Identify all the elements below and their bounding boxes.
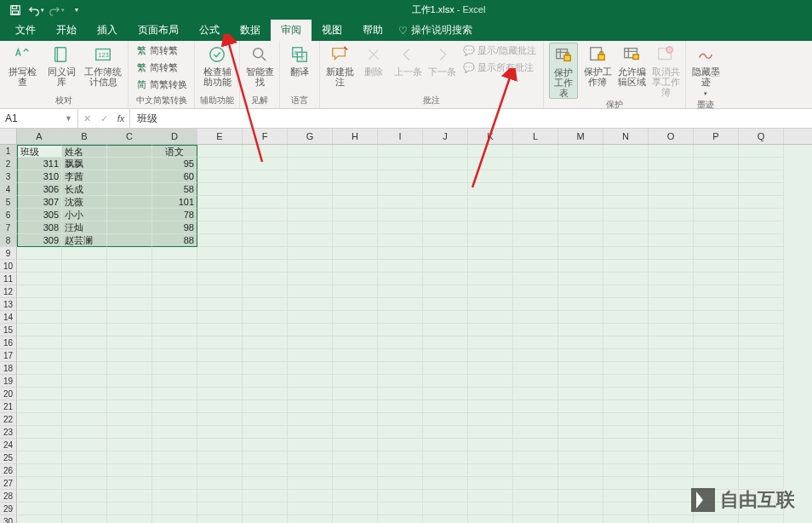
- cell[interactable]: [694, 400, 739, 413]
- cell[interactable]: [333, 464, 378, 477]
- cell[interactable]: [558, 490, 603, 503]
- col-header-C[interactable]: C: [107, 129, 152, 144]
- cell[interactable]: [197, 311, 243, 324]
- cell[interactable]: [378, 503, 423, 515]
- cell[interactable]: [197, 336, 243, 349]
- cell[interactable]: [152, 336, 197, 349]
- cell[interactable]: [62, 439, 107, 451]
- next-comment-button[interactable]: 下一条: [427, 43, 456, 77]
- cell[interactable]: [694, 362, 739, 375]
- cell[interactable]: [423, 336, 468, 349]
- cell[interactable]: [513, 388, 558, 400]
- col-header-H[interactable]: H: [333, 129, 378, 144]
- cell[interactable]: [694, 324, 739, 336]
- cell[interactable]: [603, 209, 649, 221]
- cell[interactable]: [649, 209, 694, 221]
- cell[interactable]: [152, 490, 197, 503]
- qat-customize-icon[interactable]: ▾: [68, 2, 85, 19]
- row-header[interactable]: 17: [0, 349, 17, 362]
- cell[interactable]: [288, 221, 333, 234]
- cell[interactable]: [378, 273, 423, 285]
- cell[interactable]: [17, 362, 62, 375]
- select-all-corner[interactable]: [0, 129, 17, 144]
- col-header-P[interactable]: P: [694, 129, 739, 144]
- cell[interactable]: [739, 324, 784, 336]
- cell[interactable]: [107, 451, 152, 464]
- cell[interactable]: [649, 247, 694, 260]
- cell[interactable]: [423, 196, 468, 209]
- cell[interactable]: [333, 426, 378, 439]
- cell[interactable]: 78: [152, 209, 197, 221]
- cell[interactable]: [333, 451, 378, 464]
- cell[interactable]: [423, 490, 468, 503]
- cell[interactable]: [17, 413, 62, 426]
- cell[interactable]: [197, 451, 243, 464]
- cell[interactable]: [152, 477, 197, 490]
- cell[interactable]: [107, 247, 152, 260]
- cell[interactable]: [243, 158, 288, 170]
- redo-icon[interactable]: ▾: [48, 2, 65, 19]
- cell[interactable]: [468, 273, 513, 285]
- cell[interactable]: [107, 388, 152, 400]
- cell[interactable]: [288, 196, 333, 209]
- cell[interactable]: [107, 234, 152, 247]
- cell[interactable]: [423, 388, 468, 400]
- cell[interactable]: [197, 260, 243, 273]
- cell[interactable]: [197, 400, 243, 413]
- cell[interactable]: [333, 400, 378, 413]
- row-header[interactable]: 1: [0, 145, 17, 158]
- cell[interactable]: [152, 413, 197, 426]
- cell[interactable]: [378, 260, 423, 273]
- cell[interactable]: [152, 273, 197, 285]
- cell[interactable]: [513, 247, 558, 260]
- cell[interactable]: [513, 311, 558, 324]
- cell[interactable]: [649, 273, 694, 285]
- cell[interactable]: [649, 362, 694, 375]
- col-header-Q[interactable]: Q: [739, 129, 784, 144]
- cell[interactable]: [739, 247, 784, 260]
- cell[interactable]: [333, 260, 378, 273]
- cell[interactable]: [694, 183, 739, 196]
- cell[interactable]: [603, 247, 649, 260]
- simp-to-trad-button[interactable]: 繁简转繁: [134, 43, 189, 58]
- cell[interactable]: [243, 349, 288, 362]
- cell[interactable]: [243, 170, 288, 183]
- cell[interactable]: [468, 413, 513, 426]
- row-header[interactable]: 15: [0, 324, 17, 336]
- cell[interactable]: [107, 145, 152, 158]
- cell[interactable]: [649, 400, 694, 413]
- cell[interactable]: [107, 362, 152, 375]
- col-header-B[interactable]: B: [62, 129, 107, 144]
- cell[interactable]: [243, 426, 288, 439]
- cell[interactable]: [288, 209, 333, 221]
- cell[interactable]: [694, 490, 739, 503]
- cell[interactable]: [649, 260, 694, 273]
- cell[interactable]: [603, 439, 649, 451]
- cell[interactable]: [513, 464, 558, 477]
- cell[interactable]: [649, 375, 694, 388]
- cell[interactable]: [17, 324, 62, 336]
- cell[interactable]: [423, 426, 468, 439]
- cell[interactable]: [513, 426, 558, 439]
- cell[interactable]: [62, 273, 107, 285]
- hide-ink-button[interactable]: 隐藏墨迹▾: [691, 43, 720, 99]
- cell[interactable]: [17, 451, 62, 464]
- cell[interactable]: [649, 503, 694, 515]
- cell[interactable]: [513, 285, 558, 298]
- cell[interactable]: [423, 362, 468, 375]
- cell[interactable]: [107, 324, 152, 336]
- row-header[interactable]: 4: [0, 183, 17, 196]
- cell[interactable]: [243, 311, 288, 324]
- cell[interactable]: [423, 451, 468, 464]
- cell[interactable]: [333, 196, 378, 209]
- cell[interactable]: [423, 477, 468, 490]
- cell[interactable]: [152, 324, 197, 336]
- cell[interactable]: [603, 196, 649, 209]
- cell[interactable]: [378, 439, 423, 451]
- row-header[interactable]: 14: [0, 311, 17, 324]
- thesaurus-button[interactable]: 同义词库: [44, 43, 78, 87]
- cell[interactable]: [152, 388, 197, 400]
- cell[interactable]: [468, 388, 513, 400]
- cell[interactable]: [378, 158, 423, 170]
- cell[interactable]: [423, 247, 468, 260]
